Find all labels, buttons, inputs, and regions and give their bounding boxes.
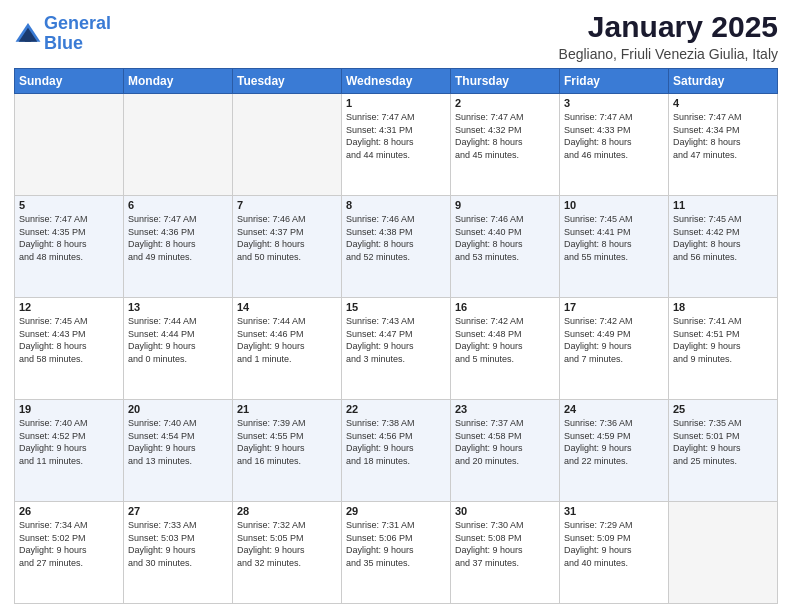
day-info: Sunrise: 7:45 AM Sunset: 4:43 PM Dayligh… (19, 315, 119, 365)
day-info: Sunrise: 7:42 AM Sunset: 4:49 PM Dayligh… (564, 315, 664, 365)
day-info: Sunrise: 7:41 AM Sunset: 4:51 PM Dayligh… (673, 315, 773, 365)
week-row-5: 26Sunrise: 7:34 AM Sunset: 5:02 PM Dayli… (15, 502, 778, 604)
day-info: Sunrise: 7:31 AM Sunset: 5:06 PM Dayligh… (346, 519, 446, 569)
calendar-cell: 24Sunrise: 7:36 AM Sunset: 4:59 PM Dayli… (560, 400, 669, 502)
day-number: 28 (237, 505, 337, 517)
day-number: 24 (564, 403, 664, 415)
calendar-cell: 26Sunrise: 7:34 AM Sunset: 5:02 PM Dayli… (15, 502, 124, 604)
day-number: 1 (346, 97, 446, 109)
calendar-cell: 1Sunrise: 7:47 AM Sunset: 4:31 PM Daylig… (342, 94, 451, 196)
day-number: 7 (237, 199, 337, 211)
calendar-cell: 4Sunrise: 7:47 AM Sunset: 4:34 PM Daylig… (669, 94, 778, 196)
day-number: 29 (346, 505, 446, 517)
weekday-header-sunday: Sunday (15, 69, 124, 94)
calendar-cell (233, 94, 342, 196)
day-number: 23 (455, 403, 555, 415)
day-info: Sunrise: 7:42 AM Sunset: 4:48 PM Dayligh… (455, 315, 555, 365)
day-info: Sunrise: 7:47 AM Sunset: 4:33 PM Dayligh… (564, 111, 664, 161)
calendar-cell: 13Sunrise: 7:44 AM Sunset: 4:44 PM Dayli… (124, 298, 233, 400)
day-number: 5 (19, 199, 119, 211)
page: General Blue January 2025 Begliano, Friu… (0, 0, 792, 612)
calendar-cell: 19Sunrise: 7:40 AM Sunset: 4:52 PM Dayli… (15, 400, 124, 502)
calendar-cell: 22Sunrise: 7:38 AM Sunset: 4:56 PM Dayli… (342, 400, 451, 502)
calendar-cell: 31Sunrise: 7:29 AM Sunset: 5:09 PM Dayli… (560, 502, 669, 604)
calendar-cell: 28Sunrise: 7:32 AM Sunset: 5:05 PM Dayli… (233, 502, 342, 604)
day-info: Sunrise: 7:47 AM Sunset: 4:34 PM Dayligh… (673, 111, 773, 161)
svg-rect-2 (25, 35, 31, 41)
day-info: Sunrise: 7:47 AM Sunset: 4:32 PM Dayligh… (455, 111, 555, 161)
logo: General Blue (14, 14, 111, 54)
day-info: Sunrise: 7:34 AM Sunset: 5:02 PM Dayligh… (19, 519, 119, 569)
weekday-header-wednesday: Wednesday (342, 69, 451, 94)
calendar-cell: 17Sunrise: 7:42 AM Sunset: 4:49 PM Dayli… (560, 298, 669, 400)
calendar-cell: 25Sunrise: 7:35 AM Sunset: 5:01 PM Dayli… (669, 400, 778, 502)
calendar-cell: 29Sunrise: 7:31 AM Sunset: 5:06 PM Dayli… (342, 502, 451, 604)
calendar-cell: 15Sunrise: 7:43 AM Sunset: 4:47 PM Dayli… (342, 298, 451, 400)
day-info: Sunrise: 7:36 AM Sunset: 4:59 PM Dayligh… (564, 417, 664, 467)
day-number: 30 (455, 505, 555, 517)
calendar-table: SundayMondayTuesdayWednesdayThursdayFrid… (14, 68, 778, 604)
day-number: 2 (455, 97, 555, 109)
day-info: Sunrise: 7:43 AM Sunset: 4:47 PM Dayligh… (346, 315, 446, 365)
day-info: Sunrise: 7:47 AM Sunset: 4:36 PM Dayligh… (128, 213, 228, 263)
day-number: 9 (455, 199, 555, 211)
calendar-cell: 16Sunrise: 7:42 AM Sunset: 4:48 PM Dayli… (451, 298, 560, 400)
day-number: 12 (19, 301, 119, 313)
logo-text: General Blue (44, 14, 111, 54)
day-number: 15 (346, 301, 446, 313)
calendar-header: SundayMondayTuesdayWednesdayThursdayFrid… (15, 69, 778, 94)
calendar-body: 1Sunrise: 7:47 AM Sunset: 4:31 PM Daylig… (15, 94, 778, 604)
day-number: 18 (673, 301, 773, 313)
day-number: 21 (237, 403, 337, 415)
day-number: 14 (237, 301, 337, 313)
day-info: Sunrise: 7:44 AM Sunset: 4:44 PM Dayligh… (128, 315, 228, 365)
day-number: 25 (673, 403, 773, 415)
day-info: Sunrise: 7:47 AM Sunset: 4:31 PM Dayligh… (346, 111, 446, 161)
title-block: January 2025 Begliano, Friuli Venezia Gi… (559, 10, 778, 62)
day-number: 4 (673, 97, 773, 109)
calendar-cell: 9Sunrise: 7:46 AM Sunset: 4:40 PM Daylig… (451, 196, 560, 298)
header: General Blue January 2025 Begliano, Friu… (14, 10, 778, 62)
day-info: Sunrise: 7:46 AM Sunset: 4:38 PM Dayligh… (346, 213, 446, 263)
calendar-cell: 7Sunrise: 7:46 AM Sunset: 4:37 PM Daylig… (233, 196, 342, 298)
day-info: Sunrise: 7:32 AM Sunset: 5:05 PM Dayligh… (237, 519, 337, 569)
calendar-cell: 18Sunrise: 7:41 AM Sunset: 4:51 PM Dayli… (669, 298, 778, 400)
calendar-cell: 20Sunrise: 7:40 AM Sunset: 4:54 PM Dayli… (124, 400, 233, 502)
day-number: 6 (128, 199, 228, 211)
calendar-cell (124, 94, 233, 196)
day-info: Sunrise: 7:45 AM Sunset: 4:42 PM Dayligh… (673, 213, 773, 263)
weekday-header-monday: Monday (124, 69, 233, 94)
calendar-cell: 14Sunrise: 7:44 AM Sunset: 4:46 PM Dayli… (233, 298, 342, 400)
day-info: Sunrise: 7:40 AM Sunset: 4:54 PM Dayligh… (128, 417, 228, 467)
calendar-cell: 2Sunrise: 7:47 AM Sunset: 4:32 PM Daylig… (451, 94, 560, 196)
day-info: Sunrise: 7:44 AM Sunset: 4:46 PM Dayligh… (237, 315, 337, 365)
weekday-row: SundayMondayTuesdayWednesdayThursdayFrid… (15, 69, 778, 94)
week-row-3: 12Sunrise: 7:45 AM Sunset: 4:43 PM Dayli… (15, 298, 778, 400)
weekday-header-thursday: Thursday (451, 69, 560, 94)
weekday-header-saturday: Saturday (669, 69, 778, 94)
day-number: 19 (19, 403, 119, 415)
calendar-cell: 8Sunrise: 7:46 AM Sunset: 4:38 PM Daylig… (342, 196, 451, 298)
week-row-2: 5Sunrise: 7:47 AM Sunset: 4:35 PM Daylig… (15, 196, 778, 298)
week-row-4: 19Sunrise: 7:40 AM Sunset: 4:52 PM Dayli… (15, 400, 778, 502)
calendar-cell: 11Sunrise: 7:45 AM Sunset: 4:42 PM Dayli… (669, 196, 778, 298)
day-info: Sunrise: 7:29 AM Sunset: 5:09 PM Dayligh… (564, 519, 664, 569)
calendar-cell: 23Sunrise: 7:37 AM Sunset: 4:58 PM Dayli… (451, 400, 560, 502)
day-number: 17 (564, 301, 664, 313)
day-number: 22 (346, 403, 446, 415)
day-number: 20 (128, 403, 228, 415)
day-number: 31 (564, 505, 664, 517)
day-number: 26 (19, 505, 119, 517)
day-info: Sunrise: 7:33 AM Sunset: 5:03 PM Dayligh… (128, 519, 228, 569)
calendar-cell: 10Sunrise: 7:45 AM Sunset: 4:41 PM Dayli… (560, 196, 669, 298)
calendar-cell: 6Sunrise: 7:47 AM Sunset: 4:36 PM Daylig… (124, 196, 233, 298)
day-number: 8 (346, 199, 446, 211)
calendar-cell: 5Sunrise: 7:47 AM Sunset: 4:35 PM Daylig… (15, 196, 124, 298)
day-info: Sunrise: 7:46 AM Sunset: 4:37 PM Dayligh… (237, 213, 337, 263)
main-title: January 2025 (559, 10, 778, 44)
weekday-header-tuesday: Tuesday (233, 69, 342, 94)
day-info: Sunrise: 7:37 AM Sunset: 4:58 PM Dayligh… (455, 417, 555, 467)
day-number: 13 (128, 301, 228, 313)
calendar-cell (15, 94, 124, 196)
day-info: Sunrise: 7:40 AM Sunset: 4:52 PM Dayligh… (19, 417, 119, 467)
